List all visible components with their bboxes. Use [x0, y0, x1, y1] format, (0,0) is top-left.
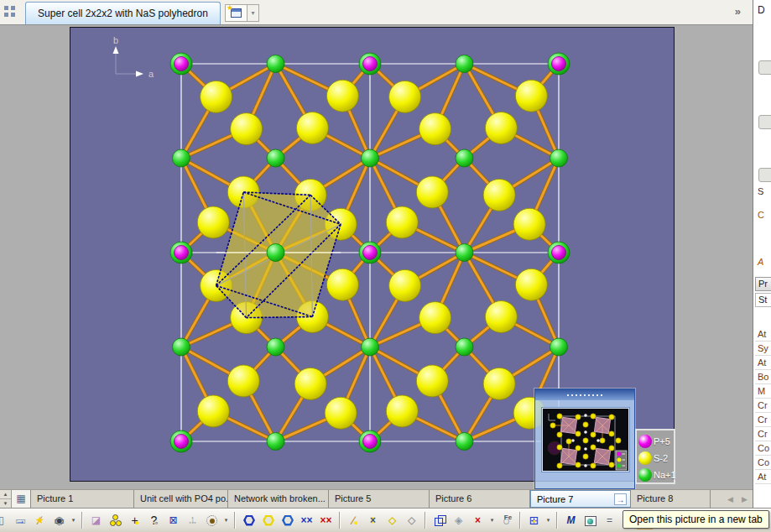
- picture-settings-icon[interactable]: ▭◉: [50, 512, 68, 529]
- atom[interactable]: [456, 244, 473, 262]
- atom[interactable]: [419, 113, 451, 145]
- add-atoms-icon[interactable]: [107, 512, 124, 529]
- atom[interactable]: [175, 57, 189, 71]
- atom[interactable]: [456, 55, 473, 73]
- atom[interactable]: [456, 338, 473, 356]
- open-in-tab-icon[interactable]: →: [614, 493, 627, 505]
- property-row[interactable]: Co: [755, 441, 771, 456]
- atom[interactable]: [363, 435, 378, 449]
- picture-settings-icon-dropdown[interactable]: ▾: [70, 517, 77, 524]
- break-bond-icon[interactable]: ∶×: [364, 512, 382, 529]
- atom[interactable]: [485, 301, 517, 333]
- property-row[interactable]: At: [755, 327, 771, 342]
- unit-cell-icon[interactable]: [430, 512, 448, 529]
- atom[interactable]: [267, 338, 284, 356]
- atom[interactable]: [267, 55, 284, 73]
- tab-list-button[interactable]: ▦: [12, 490, 31, 508]
- fill-cell-icon-dropdown[interactable]: ▾: [544, 517, 552, 524]
- add-atom-icon[interactable]: +●: [126, 512, 143, 529]
- atom[interactable]: [550, 338, 568, 356]
- grow-cluster-icon[interactable]: ∴↓: [184, 512, 201, 529]
- atom[interactable]: [175, 435, 189, 449]
- property-row[interactable]: Bo: [755, 370, 771, 384]
- property-row[interactable]: At: [755, 356, 771, 370]
- atom[interactable]: [363, 57, 378, 71]
- atom[interactable]: [227, 365, 259, 397]
- atom[interactable]: [325, 397, 357, 429]
- atom[interactable]: [267, 149, 284, 167]
- atom[interactable]: [362, 338, 379, 356]
- rings-icon[interactable]: [279, 512, 296, 529]
- atom[interactable]: [326, 80, 358, 112]
- picture-tab[interactable]: Picture 5: [329, 490, 430, 508]
- atom[interactable]: [389, 81, 421, 112]
- element-icon[interactable]: ○Fe: [498, 512, 515, 529]
- toolbar-overflow[interactable]: =: [601, 512, 618, 529]
- sidebar-mini-button[interactable]: [758, 115, 771, 129]
- fill-cell-icon[interactable]: ⊞●: [525, 512, 543, 529]
- ask-atom-icon[interactable]: ?∘: [145, 512, 163, 529]
- picture-tab[interactable]: Picture 6: [430, 490, 530, 508]
- coordination-sphere-icon-dropdown[interactable]: ▾: [222, 517, 230, 524]
- atom[interactable]: [485, 112, 517, 144]
- coordination-sphere-icon[interactable]: [203, 512, 221, 529]
- property-row[interactable]: Cr: [755, 413, 771, 427]
- atom[interactable]: [386, 395, 418, 427]
- atom[interactable]: [456, 433, 473, 451]
- atom[interactable]: [389, 269, 421, 301]
- property-row[interactable]: Cr: [755, 427, 771, 441]
- atom[interactable]: [173, 149, 190, 167]
- atom[interactable]: [201, 81, 232, 112]
- atom[interactable]: [173, 338, 190, 356]
- picture-tab[interactable]: Unit cell with PO4 po...: [134, 490, 228, 508]
- measure-icon[interactable]: M: [562, 512, 580, 529]
- prev-tab-icon[interactable]: ◀: [727, 495, 733, 503]
- property-row[interactable]: Sy: [755, 342, 771, 356]
- new-tab-button[interactable]: ★: [225, 4, 247, 22]
- picture-tab[interactable]: Picture 8: [631, 490, 711, 508]
- atom[interactable]: [550, 149, 568, 167]
- picture-tab[interactable]: Picture 7→: [530, 490, 631, 508]
- atom[interactable]: [326, 269, 358, 300]
- main-canvas[interactable]: ba P+5S-2Na+1: [0, 25, 753, 489]
- navigator-window[interactable]: [534, 389, 635, 489]
- workspace-switch-icon[interactable]: [4, 6, 19, 19]
- atom[interactable]: [515, 80, 547, 112]
- atom[interactable]: [515, 269, 547, 300]
- document-icon[interactable]: ▯: [0, 512, 10, 529]
- atom[interactable]: [483, 368, 515, 399]
- navigator-titlebar[interactable]: [535, 389, 634, 400]
- sidebar-mini-button[interactable]: [758, 60, 771, 75]
- property-row[interactable]: Co: [755, 456, 771, 470]
- tab-scroll-spinner[interactable]: ▲ ▼: [0, 490, 12, 508]
- document-tab[interactable]: Super cell 2x2x2 with NaS polyhedron: [25, 2, 221, 24]
- next-tab-icon[interactable]: ▶: [742, 495, 748, 503]
- wizard-icon[interactable]: ∕★: [31, 512, 49, 529]
- property-row[interactable]: At: [755, 470, 771, 484]
- polyhedra-icon[interactable]: ◇: [383, 512, 401, 529]
- atom[interactable]: [513, 208, 545, 240]
- atom[interactable]: [362, 149, 379, 167]
- property-row[interactable]: M: [755, 384, 771, 399]
- hexagon-yellow-icon[interactable]: [259, 512, 277, 529]
- atom[interactable]: [419, 302, 451, 334]
- new-tab-dropdown[interactable]: ▾: [247, 4, 259, 22]
- break-bonds-icon[interactable]: ××: [298, 512, 315, 529]
- atom[interactable]: [231, 113, 263, 145]
- property-row[interactable]: Cr: [755, 399, 771, 413]
- atom[interactable]: [363, 246, 378, 260]
- atom[interactable]: [416, 365, 448, 397]
- packing-icon[interactable]: ◈: [450, 512, 467, 529]
- atom[interactable]: [197, 206, 229, 238]
- picture-tab[interactable]: Picture 1: [31, 490, 134, 508]
- build-network-icon[interactable]: ⊠: [164, 512, 182, 529]
- tab-overflow-chevron[interactable]: »: [735, 5, 741, 18]
- atom[interactable]: [483, 179, 515, 211]
- atom[interactable]: [456, 149, 473, 167]
- sidebar-mini-button[interactable]: [758, 168, 771, 182]
- destroy-bonds-icon[interactable]: ××: [317, 512, 335, 529]
- atom[interactable]: [267, 433, 284, 451]
- atom[interactable]: [416, 176, 448, 208]
- atom[interactable]: [267, 244, 284, 262]
- atom[interactable]: [294, 368, 326, 399]
